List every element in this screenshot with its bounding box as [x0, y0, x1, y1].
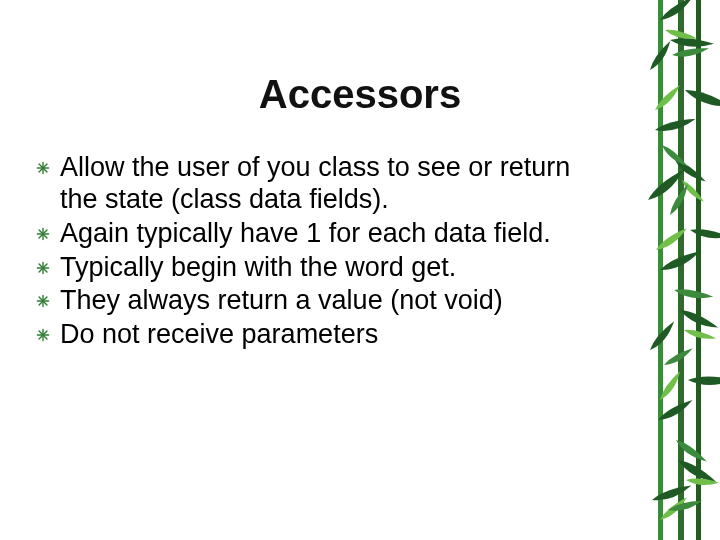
- list-item: Again typically have 1 for each data fie…: [36, 218, 596, 250]
- slide: Accessors Allow the user of you class to…: [0, 0, 720, 540]
- asterisk-icon: [36, 161, 50, 175]
- bullet-list: Allow the user of you class to see or re…: [36, 150, 596, 353]
- list-item: They always return a value (not void): [36, 285, 596, 317]
- list-item: Do not receive parameters: [36, 319, 596, 351]
- bullet-text: Again typically have 1 for each data fie…: [60, 218, 551, 250]
- bamboo-decoration: [600, 0, 720, 540]
- list-item: Allow the user of you class to see or re…: [36, 152, 596, 216]
- bullet-text: They always return a value (not void): [60, 285, 503, 317]
- list-item: Typically begin with the word get.: [36, 252, 596, 284]
- asterisk-icon: [36, 294, 50, 308]
- bullet-text: Do not receive parameters: [60, 319, 378, 351]
- svg-rect-20: [678, 0, 684, 540]
- asterisk-icon: [36, 261, 50, 275]
- bullet-text: Typically begin with the word get.: [60, 252, 456, 284]
- slide-title: Accessors: [60, 72, 660, 117]
- bullet-text: Allow the user of you class to see or re…: [60, 152, 596, 216]
- asterisk-icon: [36, 227, 50, 241]
- asterisk-icon: [36, 328, 50, 342]
